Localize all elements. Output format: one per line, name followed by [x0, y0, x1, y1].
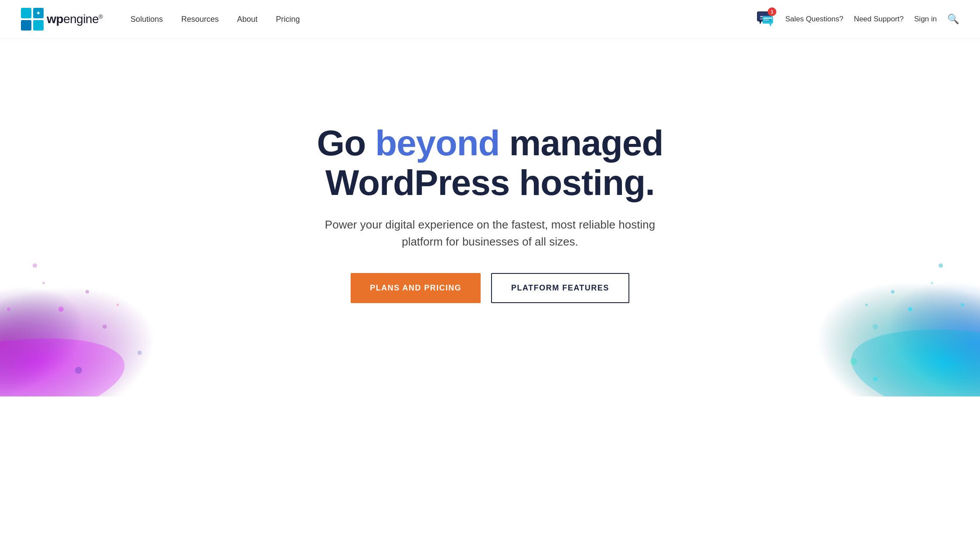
svg-point-31: [850, 358, 857, 365]
svg-point-15: [7, 307, 10, 311]
svg-point-32: [873, 377, 878, 381]
svg-point-26: [873, 324, 878, 329]
sign-in-link[interactable]: Sign in: [914, 15, 937, 24]
hero-title-line1: Go beyond managed: [317, 123, 663, 163]
platform-features-button[interactable]: PLATFORM FEATURES: [491, 273, 629, 303]
chat-badge: 1: [768, 7, 776, 16]
logo-icon: [21, 8, 44, 31]
header: wpengine® Solutions Resources About Pric…: [0, 0, 980, 39]
plans-pricing-button[interactable]: PLANS AND PRICING: [351, 273, 481, 303]
hero-title: Go beyond managed WordPress hosting.: [317, 123, 663, 202]
svg-point-17: [33, 263, 37, 268]
svg-point-12: [85, 290, 89, 294]
svg-point-22: [871, 258, 980, 396]
svg-point-11: [58, 307, 64, 312]
svg-point-30: [843, 311, 980, 396]
hero-title-highlight: beyond: [375, 123, 500, 163]
svg-point-23: [908, 307, 912, 311]
nav-about[interactable]: About: [230, 11, 264, 27]
svg-point-14: [102, 324, 107, 329]
splash-right: [788, 178, 980, 396]
svg-point-28: [865, 304, 868, 306]
hero-subtitle: Power your digital experience on the fas…: [320, 216, 660, 250]
svg-rect-6: [763, 17, 772, 19]
hero-section: Go beyond managed WordPress hosting. Pow…: [0, 39, 980, 396]
svg-point-10: [0, 265, 100, 396]
svg-marker-2: [759, 21, 761, 24]
svg-point-27: [961, 303, 964, 307]
svg-marker-8: [769, 24, 772, 27]
logo[interactable]: wpengine®: [21, 8, 102, 31]
nav-pricing[interactable]: Pricing: [269, 11, 307, 27]
search-icon[interactable]: 🔍: [947, 14, 959, 25]
hero-buttons: PLANS AND PRICING PLATFORM FEATURES: [317, 273, 663, 303]
svg-point-20: [0, 321, 132, 396]
header-right: 1 Sales Questions? Need Support? Sign in…: [756, 9, 959, 29]
svg-point-21: [799, 256, 980, 396]
logo-text: wpengine®: [44, 12, 102, 26]
svg-point-16: [116, 304, 119, 306]
svg-point-25: [931, 282, 933, 284]
svg-point-18: [75, 367, 82, 374]
svg-point-29: [939, 263, 943, 268]
nav-resources[interactable]: Resources: [174, 11, 225, 27]
hero-title-line2: WordPress hosting.: [325, 163, 655, 202]
svg-point-13: [42, 282, 45, 284]
sales-questions-link[interactable]: Sales Questions?: [785, 15, 843, 24]
hero-content: Go beyond managed WordPress hosting. Pow…: [317, 123, 663, 303]
svg-point-9: [0, 263, 171, 396]
need-support-link[interactable]: Need Support?: [854, 15, 904, 24]
svg-point-19: [137, 351, 142, 355]
chat-button[interactable]: 1: [756, 9, 775, 29]
main-nav: Solutions Resources About Pricing: [123, 11, 756, 27]
svg-point-24: [891, 290, 895, 294]
nav-solutions[interactable]: Solutions: [123, 11, 170, 27]
svg-rect-7: [763, 20, 769, 21]
splash-left: [0, 178, 192, 396]
